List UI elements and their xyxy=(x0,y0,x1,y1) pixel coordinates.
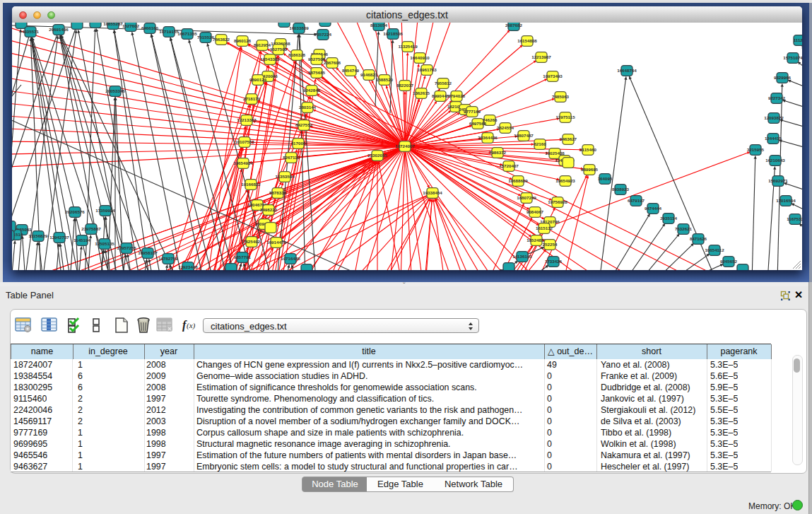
svg-text:23302015: 23302015 xyxy=(367,153,387,158)
svg-text:16543382: 16543382 xyxy=(260,57,280,62)
svg-text:18807249: 18807249 xyxy=(517,195,536,200)
svg-text:4035571: 4035571 xyxy=(22,29,40,34)
svg-text:8186328: 8186328 xyxy=(288,52,306,57)
svg-text:2367608: 2367608 xyxy=(324,60,341,65)
svg-text:8960128: 8960128 xyxy=(234,38,252,43)
svg-text:1527602: 1527602 xyxy=(122,23,140,28)
svg-text:9245652: 9245652 xyxy=(720,259,738,264)
svg-text:7515526: 7515526 xyxy=(197,35,215,40)
svg-text:9463627: 9463627 xyxy=(560,136,577,141)
svg-text:12942737: 12942737 xyxy=(49,235,69,240)
svg-text:10958107: 10958107 xyxy=(138,250,158,255)
svg-text:12093872: 12093872 xyxy=(764,115,784,120)
svg-text:10973493: 10973493 xyxy=(543,74,563,78)
svg-text:1244415: 1244415 xyxy=(765,136,782,141)
svg-text:1733426: 1733426 xyxy=(545,259,563,264)
svg-text:20206576: 20206576 xyxy=(65,209,85,214)
svg-text:8454749: 8454749 xyxy=(342,68,360,73)
svg-text:3624554: 3624554 xyxy=(497,125,514,130)
svg-text:10719155: 10719155 xyxy=(159,29,179,34)
svg-text:19654934: 19654934 xyxy=(233,160,253,165)
svg-text:16648764: 16648764 xyxy=(617,68,637,73)
svg-text:19218506: 19218506 xyxy=(383,31,403,36)
svg-text:8938923: 8938923 xyxy=(612,187,630,192)
svg-text:10654112: 10654112 xyxy=(705,247,724,252)
svg-text:9474444: 9474444 xyxy=(645,206,662,211)
svg-text:3498222: 3498222 xyxy=(260,207,278,212)
svg-text:10688609: 10688609 xyxy=(508,178,528,183)
svg-text:17016504: 17016504 xyxy=(776,198,796,203)
svg-text:10807487: 10807487 xyxy=(514,133,534,138)
svg-text:8427552: 8427552 xyxy=(295,122,313,127)
svg-text:16782759: 16782759 xyxy=(158,256,178,261)
svg-text:9329966: 9329966 xyxy=(774,75,792,80)
svg-text:19166822: 19166822 xyxy=(241,182,261,187)
svg-text:8912954: 8912954 xyxy=(254,42,271,47)
svg-text:9227342: 9227342 xyxy=(768,95,786,100)
svg-text:16914479: 16914479 xyxy=(266,240,286,245)
svg-text:20364436: 20364436 xyxy=(478,135,498,140)
svg-text:6794028: 6794028 xyxy=(448,93,466,98)
svg-text:12213363: 12213363 xyxy=(237,117,257,122)
svg-text:19716485: 19716485 xyxy=(281,256,300,261)
svg-text:62160: 62160 xyxy=(534,141,546,146)
svg-text:8813054: 8813054 xyxy=(370,23,388,28)
svg-text:9527508: 9527508 xyxy=(308,57,326,62)
svg-text:10107553: 10107553 xyxy=(235,139,254,144)
svg-text:1167533: 1167533 xyxy=(787,216,802,221)
svg-text:12505135: 12505135 xyxy=(95,241,114,246)
svg-text:18724007: 18724007 xyxy=(395,144,415,148)
svg-text:17957255: 17957255 xyxy=(117,245,136,250)
svg-text:8990448: 8990448 xyxy=(432,93,449,98)
svg-text:252254: 252254 xyxy=(543,242,558,247)
svg-text:20691406: 20691406 xyxy=(49,27,69,32)
svg-text:9084067: 9084067 xyxy=(526,209,544,214)
svg-text:7632621: 7632621 xyxy=(675,226,693,231)
svg-text:7625402: 7625402 xyxy=(243,239,261,244)
svg-text:17359924: 17359924 xyxy=(95,208,115,213)
svg-text:417006: 417006 xyxy=(291,141,306,146)
svg-text:16640910: 16640910 xyxy=(410,55,430,60)
svg-text:8822037: 8822037 xyxy=(396,83,414,88)
svg-text:2687682: 2687682 xyxy=(505,23,523,28)
svg-text:16671355: 16671355 xyxy=(177,31,197,36)
svg-text:9115460: 9115460 xyxy=(579,147,596,152)
svg-text:2803144: 2803144 xyxy=(299,105,317,110)
svg-text:11325419: 11325419 xyxy=(398,44,418,49)
svg-text:164095: 164095 xyxy=(598,176,613,181)
svg-text:10961763: 10961763 xyxy=(417,67,437,72)
svg-text:12923448: 12923448 xyxy=(178,264,198,269)
svg-text:23975867: 23975867 xyxy=(81,226,101,231)
svg-text:8267110: 8267110 xyxy=(283,155,300,160)
svg-text:9146821: 9146821 xyxy=(360,72,378,77)
svg-text:7357224: 7357224 xyxy=(314,32,332,37)
svg-text:7986372: 7986372 xyxy=(489,150,507,155)
svg-text:11156829: 11156829 xyxy=(29,233,48,238)
svg-text:2935114: 2935114 xyxy=(660,216,677,221)
svg-text:11353594: 11353594 xyxy=(275,174,295,179)
svg-text:9527500: 9527500 xyxy=(270,47,288,52)
svg-text:14136141: 14136141 xyxy=(512,254,532,259)
svg-text:9890124: 9890124 xyxy=(249,77,267,82)
svg-text:1145194: 1145194 xyxy=(73,238,90,243)
svg-text:19756928: 19756928 xyxy=(548,199,567,204)
svg-text:19654923: 19654923 xyxy=(555,178,575,183)
svg-text:1362615: 1362615 xyxy=(413,90,430,95)
svg-text:6497568: 6497568 xyxy=(469,121,487,126)
svg-text:6479197: 6479197 xyxy=(628,198,645,203)
svg-text:10855287: 10855287 xyxy=(103,23,123,26)
svg-text:7955812: 7955812 xyxy=(435,81,452,86)
svg-text:9857791: 9857791 xyxy=(234,255,252,259)
svg-text:11123: 11123 xyxy=(794,37,802,42)
svg-text:9899695: 9899695 xyxy=(581,167,599,172)
svg-text:16033809: 16033809 xyxy=(289,25,309,30)
svg-text:1615132: 1615132 xyxy=(536,226,553,230)
svg-text:5875685: 5875685 xyxy=(308,70,326,75)
svg-text:20053346: 20053346 xyxy=(105,88,125,93)
svg-text:19338454: 19338454 xyxy=(423,190,442,195)
svg-text:(x): (x) xyxy=(187,321,196,330)
svg-text:9777169: 9777169 xyxy=(464,109,481,114)
svg-text:8471626: 8471626 xyxy=(690,236,707,241)
svg-text:12213967: 12213967 xyxy=(531,54,551,59)
svg-text:1588520: 1588520 xyxy=(376,77,394,82)
